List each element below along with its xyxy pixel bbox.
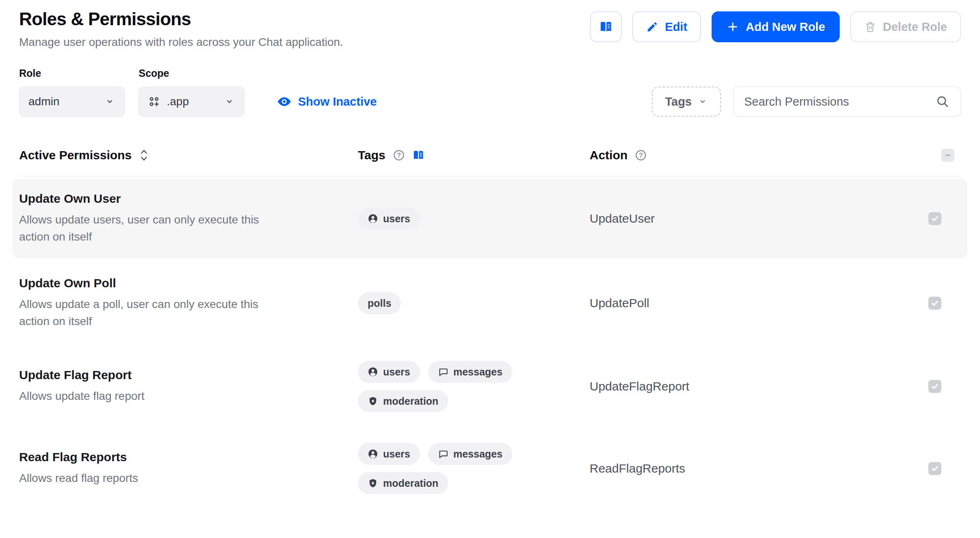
docs-button[interactable]: [590, 11, 622, 42]
tag-chip[interactable]: messages: [428, 443, 512, 465]
row-checkbox[interactable]: [928, 212, 941, 225]
add-new-role-button[interactable]: Add New Role: [712, 11, 840, 42]
permissions-table-body: Update Own User Allows update users, use…: [19, 176, 961, 510]
tag-chip[interactable]: messages: [428, 361, 512, 383]
svg-text:?: ?: [639, 152, 643, 159]
shield-icon: [368, 396, 378, 406]
table-row[interactable]: Update Own Poll Allows update a poll, us…: [19, 261, 961, 345]
active-permissions-header-label: Active Permissions: [19, 148, 132, 162]
message-icon: [438, 367, 449, 377]
checked-checkbox-icon: [928, 380, 941, 393]
checked-checkbox-icon: [928, 212, 941, 225]
page-header: Roles & Permissions Manage user operatio…: [19, 0, 961, 49]
select-all-checkbox[interactable]: [941, 149, 954, 162]
tag-chip-label: users: [383, 448, 410, 460]
show-inactive-toggle[interactable]: Show Inactive: [277, 87, 377, 117]
tag-chip-label: messages: [453, 366, 503, 378]
book-icon[interactable]: [412, 149, 425, 161]
delete-role-label: Delete Role: [883, 20, 947, 34]
checked-checkbox-icon: [928, 297, 941, 310]
row-checkbox[interactable]: [928, 380, 941, 393]
page-title: Roles & Permissions: [19, 9, 343, 29]
svg-text:?: ?: [397, 152, 401, 159]
tag-chip[interactable]: users: [358, 208, 420, 230]
row-checkbox[interactable]: [928, 297, 941, 310]
permission-name: Update Flag Report: [19, 368, 358, 382]
tag-chip-label: polls: [368, 297, 391, 309]
permission-description: Allows update flag report: [19, 388, 283, 405]
permission-cell: Update Own User Allows update users, use…: [19, 192, 358, 245]
tag-chip-label: messages: [453, 448, 503, 460]
permission-description: Allows read flag reports: [19, 470, 283, 487]
chevron-down-icon: [224, 96, 235, 107]
role-filter-label: Role: [19, 67, 125, 79]
permission-tags: polls: [358, 292, 590, 314]
table-controls: Tags: [652, 87, 961, 117]
table-row[interactable]: Update Flag Report Allows update flag re…: [19, 345, 961, 427]
message-icon: [438, 449, 449, 459]
table-header: Active Permissions Tags ? Action ?: [19, 148, 961, 176]
permission-name: Read Flag Reports: [19, 450, 358, 464]
plus-icon: [726, 20, 739, 33]
column-tags: Tags ?: [358, 148, 590, 162]
user-icon: [368, 449, 378, 459]
permission-description: Allows update users, user can only execu…: [19, 211, 283, 245]
permission-description: Allows update a poll, user can only exec…: [19, 296, 283, 330]
show-inactive-label: Show Inactive: [298, 95, 377, 108]
delete-role-button[interactable]: Delete Role: [850, 11, 961, 42]
tag-chip-label: users: [383, 366, 410, 378]
tags-filter-dropdown[interactable]: Tags: [652, 87, 721, 117]
sort-icon[interactable]: [139, 148, 149, 162]
permission-action: ReadFlagReports: [590, 462, 923, 475]
tag-chip-label: users: [383, 213, 410, 225]
page-subtitle: Manage user operations with roles across…: [19, 36, 343, 49]
tag-chip[interactable]: polls: [358, 292, 401, 314]
tag-chip[interactable]: users: [358, 443, 420, 465]
edit-role-button[interactable]: Edit: [632, 11, 701, 42]
checked-checkbox-icon: [928, 462, 941, 475]
scope-select-value: .app: [167, 95, 189, 108]
tags-header-label: Tags: [358, 148, 385, 162]
book-icon: [599, 20, 613, 34]
permission-name: Update Own User: [19, 192, 358, 206]
apps-scope-icon: [148, 95, 160, 108]
permission-action: UpdatePoll: [590, 296, 923, 310]
help-icon[interactable]: ?: [635, 149, 647, 161]
page-header-text: Roles & Permissions Manage user operatio…: [19, 9, 343, 49]
filters-bar: Role admin Scope .app: [19, 67, 961, 117]
role-select[interactable]: admin: [19, 87, 125, 117]
row-checkbox[interactable]: [928, 462, 941, 475]
user-icon: [368, 213, 378, 224]
permission-cell: Read Flag Reports Allows read flag repor…: [19, 450, 358, 487]
permission-tags: users: [358, 208, 590, 230]
roles-permissions-page: Roles & Permissions Manage user operatio…: [0, 0, 980, 538]
pencil-icon: [646, 21, 658, 33]
scope-filter-group: Scope .app: [139, 67, 244, 117]
tag-chip[interactable]: moderation: [358, 472, 448, 494]
scope-filter-label: Scope: [139, 67, 244, 79]
tags-filter-label: Tags: [665, 95, 692, 108]
help-icon[interactable]: ?: [393, 149, 405, 161]
column-action: Action ?: [590, 148, 923, 162]
column-active-permissions[interactable]: Active Permissions: [19, 148, 358, 162]
table-row[interactable]: Read Flag Reports Allows read flag repor…: [19, 427, 961, 510]
search-icon: [935, 94, 950, 109]
permission-name: Update Own Poll: [19, 276, 358, 290]
user-icon: [368, 367, 378, 377]
shield-icon: [368, 478, 378, 488]
table-row[interactable]: Update Own User Allows update users, use…: [19, 176, 961, 261]
chevron-down-icon: [697, 96, 708, 107]
search-permissions-input[interactable]: [744, 95, 935, 108]
edit-role-label: Edit: [665, 20, 687, 34]
tag-chip-label: moderation: [383, 477, 438, 489]
tag-chip[interactable]: users: [358, 361, 420, 383]
permission-tags: usersmessagesmoderation: [358, 443, 590, 494]
scope-select[interactable]: .app: [139, 87, 244, 117]
tag-chip[interactable]: moderation: [358, 390, 448, 412]
tag-chip-label: moderation: [383, 395, 438, 407]
permission-tags: usersmessagesmoderation: [358, 361, 590, 412]
indeterminate-checkbox-icon: [941, 149, 954, 162]
permission-action: UpdateFlagReport: [590, 380, 923, 393]
add-new-role-label: Add New Role: [746, 20, 825, 34]
search-permissions-box: [733, 87, 961, 117]
